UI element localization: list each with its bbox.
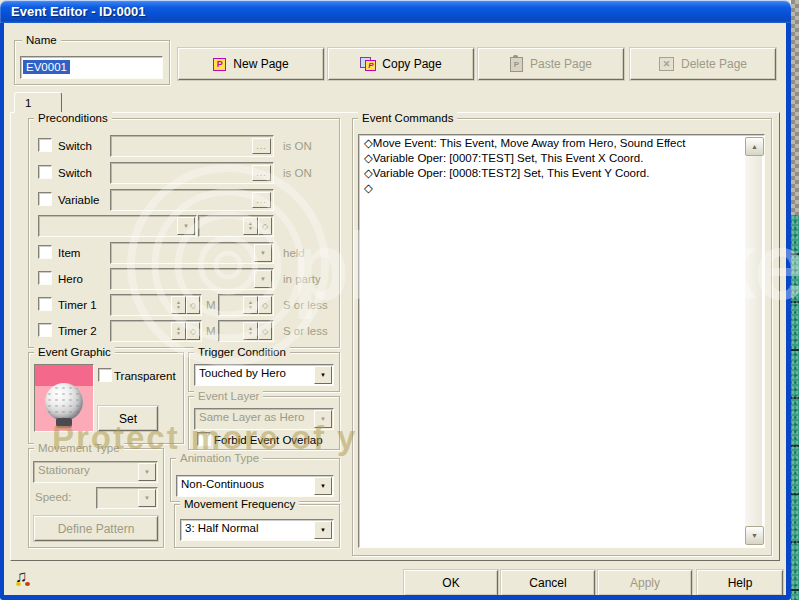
timer2-label: Timer 2 <box>58 325 97 338</box>
event-command-line[interactable]: ◇Move Event: This Event, Move Away from … <box>364 137 764 150</box>
timer2-seconds-spinner: ▲▼ ◇ <box>218 320 274 342</box>
item-dropdown: ▼ <box>110 242 274 264</box>
name-input-value: EV0001 <box>23 60 70 74</box>
ok-button[interactable]: OK <box>404 570 498 596</box>
chevron-down-icon: ▼ <box>254 270 272 288</box>
timer1-checkbox[interactable] <box>38 297 52 311</box>
animation-type-label: Animation Type <box>176 452 263 465</box>
scroll-down-icon[interactable]: ▼ <box>745 526 764 545</box>
timer1-minutes-label: M <box>206 299 216 312</box>
spinner-diamond-icon: ◇ <box>258 296 272 314</box>
paste-page-button: P Paste Page <box>478 48 624 80</box>
movement-frequency-dropdown[interactable]: 3: Half Normal ▼ <box>180 519 334 541</box>
help-button[interactable]: Help <box>697 570 783 596</box>
hero-checkbox[interactable] <box>38 271 52 285</box>
event-graphic-label: Event Graphic <box>34 346 115 359</box>
delete-page-button: ✕ Delete Page <box>630 48 776 80</box>
timer1-label: Timer 1 <box>58 299 97 312</box>
delete-page-icon: ✕ <box>659 57 674 71</box>
apply-button: Apply <box>598 570 692 596</box>
transparent-checkbox[interactable] <box>98 368 112 382</box>
map-water-tiles <box>791 215 799 600</box>
paste-page-label: Paste Page <box>530 57 592 71</box>
switch2-checkbox[interactable] <box>38 165 52 179</box>
trigger-condition-dropdown[interactable]: Touched by Hero ▼ <box>194 364 334 386</box>
event-commands-label: Event Commands <box>358 112 457 125</box>
desktop-background <box>791 0 799 600</box>
ok-label: OK <box>442 576 459 590</box>
chevron-down-icon: ▼ <box>314 521 332 539</box>
variable-value-spinner: ▲▼ ◇ <box>198 215 274 237</box>
forbid-overlap-label: Forbid Event Overlap <box>214 434 323 447</box>
event-editor-window: Event Editor - ID:0001 ✕ Name EV0001 P N… <box>0 0 799 600</box>
name-input[interactable]: EV0001 <box>20 56 163 79</box>
preconditions-label: Preconditions <box>34 112 112 125</box>
timer1-minutes-spinner: ▲▼ ◇ <box>110 294 202 316</box>
new-page-icon: P <box>213 58 226 71</box>
event-layer-dropdown: Same Layer as Hero ▼ <box>194 408 334 430</box>
variable-comparison-dropdown: ▼ <box>38 215 197 237</box>
spinner-diamond-icon: ◇ <box>258 217 272 235</box>
trigger-condition-label: Trigger Condition <box>194 346 290 359</box>
spinner-diamond-icon: ◇ <box>186 322 200 340</box>
timer2-minutes-label: M <box>206 325 216 338</box>
switch2-suffix: is ON <box>283 167 312 180</box>
chevron-down-icon: ▼ <box>314 410 332 428</box>
transparency-checkerboard <box>791 0 799 215</box>
event-sprite-base <box>56 418 72 426</box>
switch2-label: Switch <box>58 167 92 180</box>
animation-type-dropdown[interactable]: Non-Continuous ▼ <box>176 475 334 497</box>
apply-label: Apply <box>630 576 660 590</box>
forbid-overlap-checkbox[interactable] <box>197 432 211 446</box>
switch1-checkbox[interactable] <box>38 138 52 152</box>
tab-page-1[interactable]: 1 <box>14 92 62 113</box>
timer2-checkbox[interactable] <box>38 323 52 337</box>
spinner-arrows-icon: ▲▼ <box>243 296 258 314</box>
event-commands-list[interactable]: ◇Move Event: This Event, Move Away from … <box>358 134 765 548</box>
new-page-button[interactable]: P New Page <box>178 48 324 80</box>
set-graphic-button[interactable]: Set <box>98 406 158 431</box>
event-command-line[interactable]: ◇ <box>364 182 764 195</box>
music-note-icon[interactable]: ♫ <box>15 566 37 590</box>
name-group-label: Name <box>22 34 61 47</box>
switch1-browse-button: ... <box>252 138 271 154</box>
tab-page-1-label: 1 <box>25 97 31 109</box>
hero-label: Hero <box>58 273 83 286</box>
cancel-label: Cancel <box>529 576 566 590</box>
item-checkbox[interactable] <box>38 245 52 259</box>
event-layer-value: Same Layer as Hero <box>199 411 304 423</box>
timer2-minutes-spinner: ▲▼ ◇ <box>110 320 202 342</box>
timer2-suffix: S or less <box>283 325 328 338</box>
window-title: Event Editor - ID:0001 <box>11 4 145 19</box>
spinner-arrows-icon: ▲▼ <box>171 296 186 314</box>
timer1-seconds-spinner: ▲▼ ◇ <box>218 294 274 316</box>
spinner-arrows-icon: ▲▼ <box>171 322 186 340</box>
spinner-arrows-icon: ▲▼ <box>243 322 258 340</box>
event-command-line[interactable]: ◇Variable Oper: [0007:TEST] Set, This Ev… <box>364 152 764 165</box>
paste-page-icon: P <box>510 57 523 72</box>
scroll-up-icon[interactable]: ▲ <box>745 137 764 156</box>
item-suffix: held <box>283 247 305 260</box>
movement-type-value: Stationary <box>38 464 90 476</box>
window-border-right <box>786 22 791 595</box>
event-command-line[interactable]: ◇Variable Oper: [0008:TEST2] Set, This E… <box>364 167 764 180</box>
chevron-down-icon: ▼ <box>138 463 156 481</box>
variable-field: ... <box>110 189 274 211</box>
vertical-scrollbar[interactable]: ▲ ▼ <box>745 137 762 543</box>
spinner-arrows-icon: ▲▼ <box>243 217 258 235</box>
set-graphic-label: Set <box>119 412 137 426</box>
help-label: Help <box>728 576 753 590</box>
define-pattern-button: Define Pattern <box>34 516 158 541</box>
note-head-yellow <box>16 582 21 586</box>
movement-type-label: Movement Type <box>34 442 124 455</box>
cancel-button[interactable]: Cancel <box>501 570 595 596</box>
speed-dropdown: ▼ <box>96 487 158 509</box>
variable-checkbox[interactable] <box>38 192 52 206</box>
spinner-diamond-icon: ◇ <box>186 296 200 314</box>
movement-type-dropdown: Stationary ▼ <box>33 461 158 483</box>
event-graphic-preview[interactable] <box>34 364 94 432</box>
chevron-down-icon: ▼ <box>314 366 332 384</box>
animation-type-value: Non-Continuous <box>181 478 264 490</box>
copy-page-button[interactable]: P Copy Page <box>328 48 474 80</box>
title-bar[interactable]: Event Editor - ID:0001 <box>0 0 791 23</box>
